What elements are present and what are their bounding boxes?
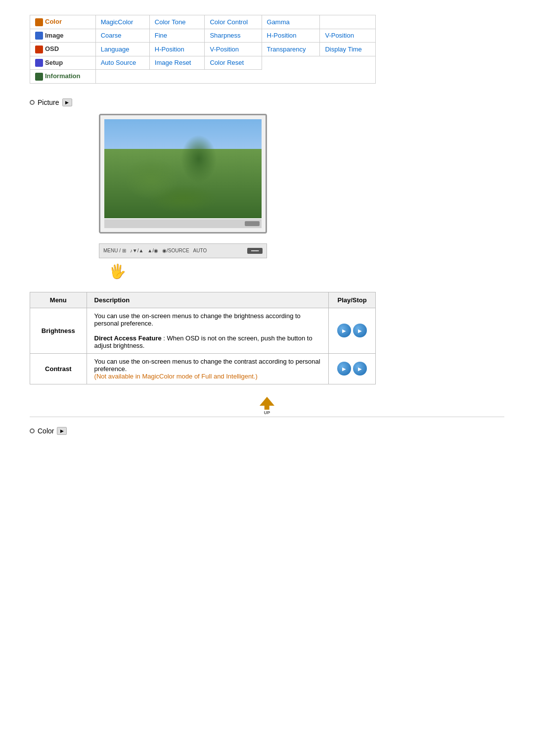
col-header-playstop: Play/Stop (329, 292, 376, 308)
monitor-bottom-bar (104, 219, 262, 228)
nav-item-gamma[interactable]: Gamma (262, 15, 320, 29)
nav-label-color[interactable]: Color (30, 15, 96, 29)
power-btn-bar: ━━━ (247, 248, 263, 253)
nav-item-auto-source[interactable]: Auto Source (95, 56, 149, 70)
up-arrow-wrapper: UP (30, 397, 504, 407)
up-arrow: UP (260, 397, 274, 407)
play-buttons-contrast: ▶ ▶ (336, 362, 368, 376)
play-btn-3[interactable]: ▶ (337, 362, 351, 376)
nav-item-h-position[interactable]: H-Position (149, 43, 205, 56)
menu-label: MENU / ⊞ (103, 248, 126, 253)
picture-title: Picture (38, 98, 59, 106)
up-label: UP (264, 410, 270, 415)
nav-item-transparency[interactable]: Transparency (262, 43, 320, 56)
navigation-table: ColorMagicColorColor ToneColor ControlGa… (30, 15, 376, 84)
up-arrow-base: UP (264, 406, 270, 415)
control-bar: MENU / ⊞ ♪▼/▲ ▲/◉ ◉/SOURCE AUTO ━━━ (99, 243, 267, 258)
playstop-contrast: ▶ ▶ (329, 353, 376, 384)
nav-item-v-position[interactable]: V-Position (320, 29, 376, 43)
nav-item-color-tone[interactable]: Color Tone (149, 15, 205, 29)
monitor-screen (104, 119, 262, 218)
monitor-button (245, 221, 260, 226)
nav-item-coarse[interactable]: Coarse (95, 29, 149, 43)
menu-contrast: Contrast (30, 353, 87, 384)
nav-label-osd[interactable]: OSD (30, 43, 96, 56)
play-btn-4[interactable]: ▶ (353, 362, 367, 376)
table-row: Contrast You can use the on-screen menus… (30, 353, 376, 384)
nav-symbols: ♪▼/▲ (130, 248, 144, 253)
menu-brightness: Brightness (30, 308, 87, 353)
hand-icon-wrapper: 🖐 (109, 263, 504, 280)
nav-item-color-reset[interactable]: Color Reset (205, 56, 262, 70)
control-bar-wrapper: MENU / ⊞ ♪▼/▲ ▲/◉ ◉/SOURCE AUTO ━━━ (99, 243, 504, 258)
nav-label-setup[interactable]: Setup (30, 56, 96, 70)
desc-contrast: You can use the on-screen menus to chang… (87, 353, 329, 384)
nav-text-image: Image (45, 32, 64, 39)
nav-item-v-position[interactable]: V-Position (205, 43, 262, 56)
color-radio-dot (30, 428, 35, 433)
nav-text-color: Color (45, 18, 62, 25)
picture-icon-btn[interactable]: ▶ (62, 98, 72, 106)
col-header-description: Description (87, 292, 329, 308)
hand-icon: 🖐 (109, 264, 126, 279)
table-row: Brightness You can use the on-screen men… (30, 308, 376, 353)
col-header-menu: Menu (30, 292, 87, 308)
playstop-brightness: ▶ ▶ (329, 308, 376, 353)
nav-text-osd: OSD (45, 45, 59, 52)
picture-section-header: Picture ▶ (30, 98, 504, 106)
radio-dot (30, 100, 35, 105)
nav-item-magiccolor[interactable]: MagicColor (95, 15, 149, 29)
up-arrow-shape (260, 397, 274, 406)
color-icon-btn[interactable]: ▶ (57, 427, 67, 435)
nav-item-h-position[interactable]: H-Position (262, 29, 320, 43)
desc-brightness: You can use the on-screen menus to chang… (87, 308, 329, 353)
nav-text-information: Information (45, 72, 81, 80)
play-btn-1[interactable]: ▶ (337, 324, 351, 337)
nav-label-information[interactable]: Information (30, 70, 96, 84)
nav-item-language[interactable]: Language (95, 43, 149, 56)
nav-text-setup: Setup (45, 59, 63, 66)
play-btn-2[interactable]: ▶ (353, 324, 367, 337)
nav-item-display-time[interactable]: Display Time (320, 43, 376, 56)
color-title: Color (38, 427, 54, 435)
garden-background (104, 119, 262, 218)
description-table: Menu Description Play/Stop Brightness Yo… (30, 292, 376, 384)
auto-label: AUTO (193, 248, 207, 253)
color-section: Color ▶ (30, 427, 504, 435)
color-section-header: Color ▶ (30, 427, 504, 435)
nav-item-color-control[interactable]: Color Control (205, 15, 262, 29)
source-label: ◉/SOURCE (162, 248, 189, 253)
nav-label-image[interactable]: Image (30, 29, 96, 43)
nav-item-fine[interactable]: Fine (149, 29, 205, 43)
nav-item-image-reset[interactable]: Image Reset (149, 56, 205, 70)
nav-item-sharpness[interactable]: Sharpness (205, 29, 262, 43)
play-buttons-brightness: ▶ ▶ (336, 324, 368, 337)
section-divider (30, 417, 504, 417)
monitor-frame (99, 114, 267, 234)
arrow-symbols: ▲/◉ (147, 248, 158, 253)
monitor-wrapper (99, 114, 504, 234)
